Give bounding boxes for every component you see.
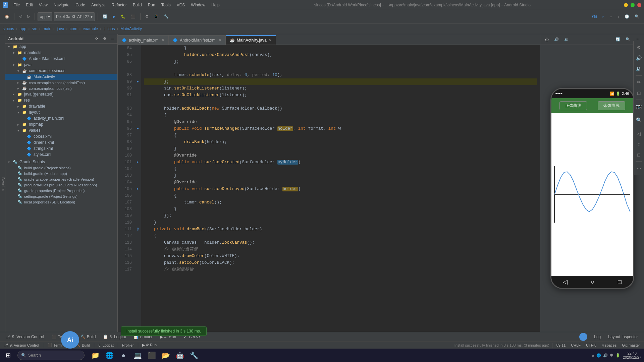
tree-item-values[interactable]: ▾ 📁 values bbox=[5, 127, 117, 133]
tree-item-package-sincos[interactable]: ▾ ☕ com.example.sincos bbox=[5, 68, 117, 74]
menu-refactor[interactable]: Refactor bbox=[110, 2, 128, 8]
taskbar-explorer-icon[interactable]: 📁 bbox=[89, 349, 102, 362]
taskbar-vs-icon[interactable]: 💻 bbox=[131, 349, 144, 362]
taskbar-edge-icon[interactable]: 🌐 bbox=[103, 349, 116, 362]
device-power-btn[interactable]: ⏻ bbox=[543, 35, 551, 44]
close-button[interactable] bbox=[637, 3, 641, 7]
breadcrumb-sincos[interactable]: sincos bbox=[3, 26, 14, 31]
sidebar-sync-btn[interactable]: ⟳ bbox=[94, 34, 99, 44]
tree-item-proguard[interactable]: 🔩 proguard-rules.pro (ProGuard Rules for… bbox=[5, 182, 117, 188]
windows-start-btn[interactable]: ⊞ bbox=[0, 349, 16, 362]
tree-item-manifests[interactable]: ▾ 📁 manifests bbox=[5, 50, 117, 56]
toolbar-btn-back[interactable]: ◁ bbox=[17, 12, 24, 21]
sdk-btn[interactable]: 🔧 bbox=[162, 12, 171, 21]
tree-item-gradle-scripts[interactable]: ▾ 🔩 Gradle Scripts bbox=[5, 159, 117, 165]
run-config-dropdown[interactable]: app ▾ bbox=[38, 12, 52, 21]
phone-back-btn[interactable]: ◁ bbox=[563, 278, 568, 286]
tab-androidmanifest-xml[interactable]: 🔷 AndroidManifest.xml ✕ bbox=[169, 35, 226, 45]
tree-item-build-gradle-app[interactable]: 🔩 build.gradle (Module: app) bbox=[5, 171, 117, 176]
taskbar-search[interactable]: 🔍 Search bbox=[17, 351, 85, 360]
panel-square-icon[interactable]: □ bbox=[635, 151, 643, 159]
tree-item-strings-xml[interactable]: 🔷 strings.xml bbox=[5, 145, 117, 152]
breadcrumb-sincos2[interactable]: sincos bbox=[104, 26, 115, 31]
run-btn[interactable]: ▶ bbox=[111, 12, 117, 21]
code-editor[interactable]: 84 85 86 88 89 90 91 93 94 95 96 97 98 9… bbox=[118, 45, 540, 332]
breadcrumb-mainactivity[interactable]: MainActivity bbox=[120, 26, 142, 31]
menu-edit[interactable]: Edit bbox=[24, 2, 34, 8]
tray-network-icon[interactable]: 🌐 bbox=[596, 353, 601, 358]
search-btn[interactable]: 🔍 bbox=[633, 12, 641, 21]
status-crlf[interactable]: CRLF bbox=[570, 343, 582, 347]
tab-version-control[interactable]: ⎇ 9: Version Control bbox=[3, 333, 47, 341]
gradle-sync-btn[interactable]: ⚙ bbox=[143, 12, 151, 21]
tree-item-gradle-wrapper[interactable]: 🔩 gradle-wrapper.properties (Gradle Vers… bbox=[5, 176, 117, 182]
taskbar-android-icon[interactable]: 🤖 bbox=[173, 349, 186, 362]
sidebar-gear-btn[interactable]: ⚙ bbox=[102, 34, 107, 44]
device-zoom-in-btn[interactable]: 🔍 bbox=[624, 35, 632, 44]
tree-item-package-androidtest[interactable]: ▸ ☕ com.example.sincos (androidTest) bbox=[5, 80, 117, 85]
ai-assistant-badge[interactable]: Ai bbox=[61, 331, 79, 349]
status-git-icon[interactable]: ⎇ 9: Version Control bbox=[3, 343, 40, 347]
panel-volume-high-icon[interactable]: 🔊 bbox=[635, 54, 643, 62]
breadcrumb-com[interactable]: com bbox=[70, 26, 77, 31]
phone-home-btn[interactable]: ○ bbox=[591, 279, 595, 286]
toolbar-btn-1[interactable]: 🏠 bbox=[3, 12, 11, 21]
menu-help[interactable]: Help bbox=[210, 2, 221, 8]
breadcrumb-java[interactable]: java bbox=[57, 26, 64, 31]
tree-item-package-test[interactable]: ▸ ☕ com.example.sincos (test) bbox=[5, 85, 117, 91]
breadcrumb-example[interactable]: example bbox=[83, 26, 98, 31]
debug-btn[interactable]: 🐛 bbox=[119, 12, 127, 21]
close-java-tab-icon[interactable]: ✕ bbox=[269, 38, 272, 43]
panel-circle-icon[interactable]: ○ bbox=[635, 140, 643, 148]
toolbar-btn-forward[interactable]: ▷ bbox=[25, 12, 32, 21]
git-history-btn[interactable]: 🕐 bbox=[623, 12, 631, 21]
taskbar-chrome-icon[interactable]: ● bbox=[117, 349, 130, 362]
tray-lang-icon[interactable]: 中 bbox=[610, 353, 613, 358]
tree-item-dimens-xml[interactable]: 🔷 dimens.xml bbox=[5, 139, 117, 145]
status-logcat-item[interactable]: 6: Logcat bbox=[97, 343, 115, 347]
menu-build[interactable]: Build bbox=[131, 2, 143, 8]
panel-eraser-icon[interactable]: ◻ bbox=[635, 89, 643, 97]
tree-item-mainactivity[interactable]: ☕ MainActivity bbox=[5, 74, 117, 80]
panel-back-icon[interactable]: ◁ bbox=[635, 130, 643, 138]
panel-zoom-icon[interactable]: 🔍 bbox=[635, 116, 643, 124]
tree-item-mipmap[interactable]: ▸ 📁 mipmap bbox=[5, 121, 117, 127]
tree-item-drawable[interactable]: ▸ 📁 drawable bbox=[5, 103, 117, 109]
git-pull-btn[interactable]: ↓ bbox=[615, 12, 622, 21]
breadcrumb-app[interactable]: app bbox=[19, 26, 26, 31]
menu-tools[interactable]: Tools bbox=[160, 2, 172, 8]
menu-vcs[interactable]: VCS bbox=[175, 2, 186, 8]
tree-item-colors-xml[interactable]: 🔷 colors.xml bbox=[5, 133, 117, 139]
tree-item-java[interactable]: ▾ 📁 java bbox=[5, 62, 117, 68]
menu-run[interactable]: Run bbox=[147, 2, 157, 8]
panel-settings-icon[interactable]: ⚙ bbox=[635, 44, 643, 52]
tray-battery-icon[interactable]: 🔋 bbox=[615, 353, 620, 358]
breadcrumb-main[interactable]: main bbox=[43, 26, 51, 31]
status-run-item[interactable]: ▶ 4: Run bbox=[141, 343, 158, 347]
phone-recents-btn[interactable]: □ bbox=[618, 279, 622, 286]
menu-file[interactable]: File bbox=[12, 2, 21, 8]
tab-layout-inspector[interactable]: Layout Inspector bbox=[605, 333, 641, 341]
status-charset[interactable]: UTF-8 bbox=[585, 343, 598, 347]
tree-item-gradle-properties[interactable]: 🔩 gradle.properties (Project Properties) bbox=[5, 188, 117, 193]
tree-item-styles-xml[interactable]: 🔷 styles.xml bbox=[5, 152, 117, 158]
menu-navigate[interactable]: Navigate bbox=[52, 2, 71, 8]
breadcrumb-src[interactable]: src bbox=[32, 26, 37, 31]
phone-sin-tab[interactable]: 正弦曲线 bbox=[559, 101, 587, 110]
status-profiler-item[interactable]: Profiler bbox=[121, 343, 135, 347]
phone-cos-tab[interactable]: 余弦曲线 bbox=[598, 101, 625, 110]
device-rotate-btn[interactable]: 🔄 bbox=[613, 35, 622, 44]
device-volume-down-btn[interactable]: 🔉 bbox=[562, 35, 571, 44]
taskbar-clock[interactable]: 22:46 2020/12/27 bbox=[623, 351, 641, 359]
tree-item-layout[interactable]: ▾ 📁 layout bbox=[5, 109, 117, 115]
panel-volume-low-icon[interactable]: 🔉 bbox=[635, 65, 643, 73]
tree-item-androidmanifest[interactable]: 🔷 AndroidManifest.xml bbox=[5, 56, 117, 62]
minimize-button[interactable] bbox=[624, 3, 628, 7]
maximize-button[interactable] bbox=[631, 3, 635, 7]
tray-volume-icon[interactable]: 🔊 bbox=[603, 353, 608, 358]
device-volume-up-btn[interactable]: 🔊 bbox=[552, 35, 561, 44]
menu-analyze[interactable]: Analyze bbox=[90, 2, 107, 8]
tab-mainactivity-java[interactable]: ☕ MainActivity.java ✕ bbox=[226, 35, 276, 45]
sidebar-minimize-btn[interactable]: ─ bbox=[110, 34, 115, 44]
status-cursor-pos[interactable]: 89:11 bbox=[555, 343, 567, 347]
